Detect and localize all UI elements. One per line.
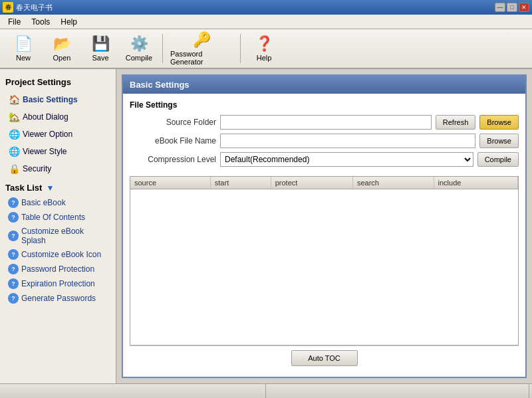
task-basic-ebook-icon: ?: [8, 197, 19, 208]
sidebar-item-about-dialog[interactable]: 🏡 About Dialog: [0, 108, 116, 126]
table-header-row: source start protect search include: [130, 177, 518, 189]
task-expiration-protection-icon: ?: [8, 278, 19, 289]
task-item-generate-passwords[interactable]: ? Generate Passwords: [0, 291, 116, 306]
password-gen-icon: 🔑: [193, 31, 211, 49]
file-table-container: source start protect search include: [130, 176, 519, 346]
compression-label: Compression Level: [130, 155, 216, 164]
project-settings-title: Project Settings: [0, 74, 116, 91]
sidebar-item-viewer-style[interactable]: 🌐 Viewer Style: [0, 143, 116, 160]
title-bar: 春 春天电子书 — □ ✕: [0, 0, 532, 15]
content-area: Basic Settings File Settings Source Fold…: [116, 69, 532, 383]
col-source: source: [130, 177, 210, 189]
settings-content: File Settings Source Folder Refresh Brow…: [123, 94, 525, 377]
open-button[interactable]: 📂 Open: [44, 31, 80, 66]
help-button[interactable]: ❓ Help: [246, 31, 282, 66]
app-icon: 春: [3, 2, 13, 13]
task-toc-icon: ?: [8, 212, 19, 223]
toolbar-separator2: [240, 34, 241, 63]
task-item-customize-icon[interactable]: ? Customize eBook Icon: [0, 247, 116, 262]
maximize-button[interactable]: □: [507, 3, 517, 12]
col-start: start: [210, 177, 271, 189]
task-list-header: Task List ▼: [0, 177, 116, 195]
main-layout: Project Settings 🏠 Basic Settings 🏡 Abou…: [0, 69, 532, 383]
task-item-basic-ebook[interactable]: ? Basic eBook: [0, 195, 116, 210]
task-item-customize-splash[interactable]: ? Customize eBook Splash: [0, 225, 116, 247]
menu-bar: File Tools Help: [0, 15, 532, 29]
compile-button-row[interactable]: Compile: [477, 152, 519, 167]
task-list-arrow-icon: ▼: [46, 183, 54, 193]
title-bar-buttons: — □ ✕: [495, 3, 529, 12]
compile-button[interactable]: ⚙️ Compile: [121, 31, 157, 66]
sidebar-item-basic-settings[interactable]: 🏠 Basic Settings: [0, 91, 116, 108]
about-dialog-icon: 🏡: [8, 111, 20, 123]
new-button[interactable]: 📄 New: [5, 31, 41, 66]
auto-toc-button[interactable]: Auto TOC: [291, 350, 358, 366]
new-icon: 📄: [15, 35, 33, 52]
status-panel-right: [266, 384, 529, 398]
save-icon: 💾: [92, 35, 110, 52]
status-bar: [0, 383, 532, 398]
security-icon: 🔒: [8, 163, 20, 175]
browse-file-button[interactable]: Browse: [479, 134, 519, 148]
compression-select[interactable]: Default(Recommended): [220, 152, 473, 167]
file-table: source start protect search include: [130, 177, 518, 189]
menu-tools[interactable]: Tools: [26, 16, 55, 28]
task-customize-icon-icon: ?: [8, 249, 19, 260]
sidebar-item-security[interactable]: 🔒 Security: [0, 160, 116, 177]
toolbar-separator: [162, 34, 163, 63]
col-search: search: [352, 177, 434, 189]
auto-toc-bar: Auto TOC: [130, 346, 519, 370]
refresh-button[interactable]: Refresh: [436, 115, 476, 130]
ebook-filename-label: eBook File Name: [130, 136, 216, 146]
save-button[interactable]: 💾 Save: [82, 31, 118, 66]
settings-panel: Basic Settings File Settings Source Fold…: [122, 74, 527, 378]
source-folder-input[interactable]: [220, 115, 432, 130]
menu-help[interactable]: Help: [55, 16, 82, 28]
task-generate-passwords-icon: ?: [8, 293, 19, 304]
source-folder-label: Source Folder: [130, 118, 216, 127]
compression-row: Compression Level Default(Recommended) C…: [130, 152, 519, 167]
source-folder-row: Source Folder Refresh Browse: [130, 115, 519, 130]
col-protect: protect: [271, 177, 352, 189]
close-button[interactable]: ✕: [519, 3, 529, 12]
task-item-table-of-contents[interactable]: ? Table Of Contents: [0, 210, 116, 225]
title-bar-text: 春天电子书: [16, 3, 495, 13]
ebook-filename-row: eBook File Name Browse: [130, 134, 519, 148]
open-icon: 📂: [53, 35, 71, 52]
task-password-protection-icon: ?: [8, 264, 19, 274]
viewer-option-icon: 🌐: [8, 128, 20, 140]
browse-folder-button[interactable]: Browse: [479, 115, 519, 130]
file-settings-title: File Settings: [130, 100, 519, 110]
sidebar: Project Settings 🏠 Basic Settings 🏡 Abou…: [0, 69, 116, 383]
password-generator-button[interactable]: 🔑 Password Generator: [168, 31, 235, 66]
ebook-filename-input[interactable]: [220, 134, 475, 148]
task-customize-splash-icon: ?: [8, 231, 19, 241]
col-include: include: [434, 177, 517, 189]
minimize-button[interactable]: —: [495, 3, 505, 12]
compile-icon: ⚙️: [130, 35, 148, 52]
task-item-expiration-protection[interactable]: ? Expiration Protection: [0, 276, 116, 291]
viewer-style-icon: 🌐: [8, 146, 20, 157]
toolbar: 📄 New 📂 Open 💾 Save ⚙️ Compile 🔑 Passwor…: [0, 29, 532, 69]
task-item-password-protection[interactable]: ? Password Protection: [0, 262, 116, 276]
status-panel-left: [3, 384, 266, 398]
help-icon: ❓: [255, 35, 273, 52]
basic-settings-icon: 🏠: [8, 94, 20, 106]
panel-header: Basic Settings: [123, 76, 525, 94]
sidebar-item-viewer-option[interactable]: 🌐 Viewer Option: [0, 126, 116, 143]
menu-file[interactable]: File: [3, 16, 26, 28]
